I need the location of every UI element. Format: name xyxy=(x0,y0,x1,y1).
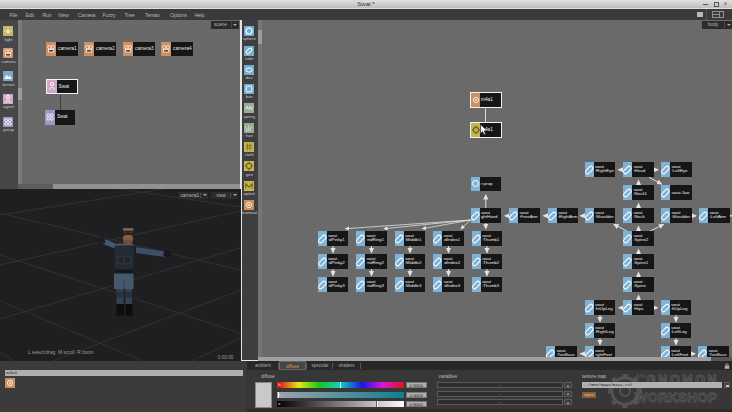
svg-text:WORKSHOP: WORKSHOP xyxy=(635,390,718,405)
